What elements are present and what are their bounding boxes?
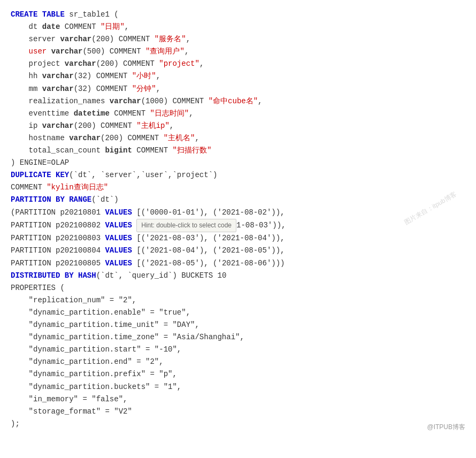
code-line-3: server varchar(200) COMMENT "服务名",: [11, 33, 465, 45]
code-line-10: ip varchar(200) COMMENT "主机ip",: [11, 120, 465, 132]
code-line-34: );: [11, 418, 465, 430]
code-line-29: "dynamic_partition.end" = "2",: [11, 356, 465, 368]
code-line-16: PARTITION BY RANGE(`dt`): [11, 194, 465, 206]
code-line-13: ) ENGINE=OLAP: [11, 157, 465, 169]
code-line-24: "replication_num" = "2",: [11, 294, 465, 307]
code-line-12: total_scan_count bigint COMMENT "扫描行数": [11, 144, 465, 157]
code-line-32: "in_memory" = "false",: [11, 393, 465, 406]
code-line-14: DUPLICATE KEY(`dt`, `server`,`user`,`pro…: [11, 169, 465, 181]
code-line-27: "dynamic_partition.time_zone" = "Asia/Sh…: [11, 331, 465, 344]
code-line-7: mm varchar(32) COMMENT "分钟",: [11, 83, 465, 95]
code-line-2: dt date COMMENT "日期",: [11, 21, 465, 33]
keyword-user: user: [29, 47, 47, 56]
code-line-5: project varchar(200) COMMENT "project",: [11, 58, 465, 70]
type-date: date: [42, 22, 60, 31]
table-name: sr_table1 (: [65, 10, 119, 19]
code-line-33: "storage_format" = "V2": [11, 406, 465, 418]
code-line-17: (PARTITION p20210801 VALUES [('0000-01-0…: [11, 207, 465, 219]
code-line-25: "dynamic_partition.enable" = "true",: [11, 307, 465, 319]
keyword-create: CREATE TABLE: [11, 10, 65, 19]
code-line-4: user varchar(500) COMMENT "查询用户",: [11, 45, 465, 58]
code-line-30: "dynamic_partition.prefix" = "p",: [11, 368, 465, 380]
code-block: CREATE TABLE sr_table1 ( dt date COMMENT…: [0, 0, 476, 439]
code-line-23: PROPERTIES (: [11, 282, 465, 294]
code-line-15: COMMENT "kylin查询日志": [11, 181, 465, 194]
code-line-18: PARTITION p202100802 VALUES Hint: double…: [11, 219, 465, 233]
code-line-11: hostname varchar(200) COMMENT "主机名",: [11, 132, 465, 144]
code-line-21: PARTITION p202100805 VALUES [('2021-08-0…: [11, 257, 465, 270]
itpub-badge: @ITPUB博客: [427, 422, 465, 432]
code-line-28: "dynamic_partition.start" = "-10",: [11, 344, 465, 356]
code-line-31: "dynamic_partition.buckets" = "1",: [11, 381, 465, 393]
code-line-8: realization_names varchar(1000) COMMENT …: [11, 95, 465, 108]
code-line-9: eventtime datetime COMMENT "日志时间",: [11, 108, 465, 120]
code-line-1: CREATE TABLE sr_table1 (: [11, 9, 465, 21]
code-line-20: PARTITION p202100804 VALUES [('2021-08-0…: [11, 245, 465, 257]
code-line-6: hh varchar(32) COMMENT "小时",: [11, 70, 465, 82]
code-line-26: "dynamic_partition.time_unit" = "DAY",: [11, 319, 465, 331]
code-line-22: DISTRIBUTED BY HASH(`dt`, `query_id`) BU…: [11, 270, 465, 282]
code-line-19: PARTITION p202100803 VALUES [('2021-08-0…: [11, 232, 465, 245]
hint-tooltip: Hint: double-click to select code: [136, 219, 236, 233]
